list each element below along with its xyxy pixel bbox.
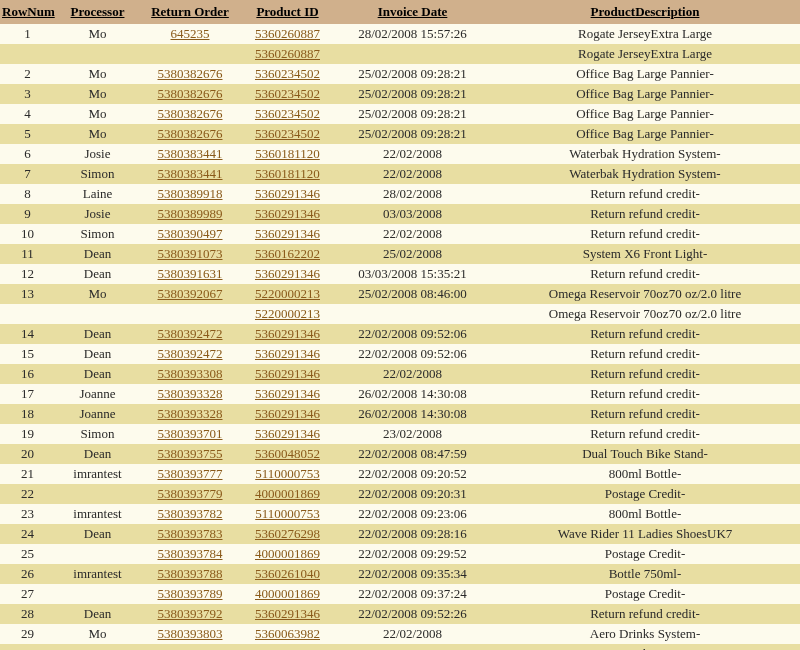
cell-product-description: Return refund credit-	[490, 264, 800, 284]
product-id-link[interactable]: 5360291346	[255, 226, 320, 241]
cell-invoice-date: 22/02/2008 09:29:52	[335, 544, 490, 564]
product-id-link[interactable]: 5360291346	[255, 606, 320, 621]
col-header-return-order[interactable]: Return Order	[140, 0, 240, 24]
return-order-link[interactable]: 5380393792	[158, 606, 223, 621]
cell-product-description: 800ml Bottle-	[490, 504, 800, 524]
product-id-link[interactable]: 5360181120	[255, 146, 320, 161]
product-id-link[interactable]: 5360234502	[255, 106, 320, 121]
product-id-link[interactable]: 5360048052	[255, 446, 320, 461]
cell-product-id: 5360291346	[240, 424, 335, 444]
cell-product-id: 5360063982	[240, 644, 335, 650]
return-order-link[interactable]: 5380382676	[158, 66, 223, 81]
return-order-link[interactable]: 5380393308	[158, 366, 223, 381]
product-id-link[interactable]: 5110000753	[255, 466, 320, 481]
return-order-link[interactable]: 5380393789	[158, 586, 223, 601]
cell-product-description: Omega Reservoir 70oz70 oz/2.0 litre	[490, 284, 800, 304]
return-order-link[interactable]: 5380393788	[158, 566, 223, 581]
return-order-link[interactable]: 5380383441	[158, 146, 223, 161]
product-id-link[interactable]: 5360234502	[255, 86, 320, 101]
cell-product-description: Postage Credit-	[490, 544, 800, 564]
cell-processor: Josie	[55, 204, 140, 224]
return-order-link[interactable]: 5380393783	[158, 526, 223, 541]
cell-return-order: 5380383441	[140, 164, 240, 184]
return-order-link[interactable]: 5380393755	[158, 446, 223, 461]
return-order-link[interactable]: 5380389918	[158, 186, 223, 201]
return-order-link[interactable]: 5380389989	[158, 206, 223, 221]
cell-rownum: 8	[0, 184, 55, 204]
return-order-link[interactable]: 5380392472	[158, 346, 223, 361]
col-header-invoice-date[interactable]: Invoice Date	[335, 0, 490, 24]
cell-processor: Dean	[55, 324, 140, 344]
product-id-link[interactable]: 5360063982	[255, 626, 320, 641]
cell-rownum: 21	[0, 464, 55, 484]
product-id-link[interactable]: 5110000753	[255, 506, 320, 521]
product-id-link[interactable]: 5360291346	[255, 406, 320, 421]
table-row: 23imrantest5380393782511000075322/02/200…	[0, 504, 800, 524]
product-id-link[interactable]: 5360181120	[255, 166, 320, 181]
product-id-link[interactable]: 5360276298	[255, 526, 320, 541]
col-header-processor[interactable]: Processor	[55, 0, 140, 24]
col-header-rownum[interactable]: RowNum	[0, 0, 55, 24]
product-id-link[interactable]: 5360291346	[255, 366, 320, 381]
product-id-link[interactable]: 5360261040	[255, 566, 320, 581]
col-header-product-description[interactable]: ProductDescription	[490, 0, 800, 24]
cell-product-description: Waterbak Hydration System-	[490, 164, 800, 184]
product-id-link[interactable]: 5360260887	[255, 26, 320, 41]
cell-product-description: Aero Drinks System-	[490, 624, 800, 644]
product-id-link[interactable]: 5360162202	[255, 246, 320, 261]
return-order-link[interactable]: 5380392067	[158, 286, 223, 301]
cell-product-id: 4000001869	[240, 484, 335, 504]
cell-invoice-date: 25/02/2008 09:28:21	[335, 84, 490, 104]
product-id-link[interactable]: 5360291346	[255, 346, 320, 361]
return-order-link[interactable]: 5380393782	[158, 506, 223, 521]
product-id-link[interactable]: 4000001869	[255, 586, 320, 601]
product-id-link[interactable]: 5220000213	[255, 306, 320, 321]
cell-rownum: 25	[0, 544, 55, 564]
return-order-link[interactable]: 645235	[171, 26, 210, 41]
product-id-link[interactable]: 4000001869	[255, 486, 320, 501]
cell-rownum: 18	[0, 404, 55, 424]
return-order-link[interactable]: 5380382676	[158, 106, 223, 121]
return-order-link[interactable]: 5380383441	[158, 166, 223, 181]
product-id-link[interactable]: 5360291346	[255, 426, 320, 441]
return-order-link[interactable]: 5380391631	[158, 266, 223, 281]
cell-rownum: 26	[0, 564, 55, 584]
cell-invoice-date: 28/02/2008	[335, 184, 490, 204]
return-order-link[interactable]: 5380382676	[158, 86, 223, 101]
return-order-link[interactable]: 5380393784	[158, 546, 223, 561]
product-id-link[interactable]: 5360260887	[255, 46, 320, 61]
product-id-link[interactable]: 5360234502	[255, 66, 320, 81]
return-order-link[interactable]: 5380393328	[158, 406, 223, 421]
product-id-link[interactable]: 5360291346	[255, 386, 320, 401]
product-id-link[interactable]: 5360291346	[255, 186, 320, 201]
cell-return-order	[140, 644, 240, 650]
cell-invoice-date: 25/02/2008 09:28:21	[335, 124, 490, 144]
cell-return-order: 645235	[140, 24, 240, 44]
return-order-link[interactable]: 5380393328	[158, 386, 223, 401]
return-order-link[interactable]: 5380393803	[158, 626, 223, 641]
cell-invoice-date: 22/02/2008 09:28:16	[335, 524, 490, 544]
return-order-link[interactable]: 5380390497	[158, 226, 223, 241]
cell-product-description: System X6 Front Light-	[490, 244, 800, 264]
cell-return-order	[140, 44, 240, 64]
product-id-link[interactable]: 5360063982	[255, 646, 320, 650]
product-id-link[interactable]: 5360234502	[255, 126, 320, 141]
return-order-link[interactable]: 5380382676	[158, 126, 223, 141]
table-row: 225380393779400000186922/02/2008 09:20:3…	[0, 484, 800, 504]
product-id-link[interactable]: 4000001869	[255, 546, 320, 561]
product-id-link[interactable]: 5360291346	[255, 266, 320, 281]
cell-product-id: 5360291346	[240, 204, 335, 224]
return-order-link[interactable]: 5380393701	[158, 426, 223, 441]
return-order-link[interactable]: 5380392472	[158, 326, 223, 341]
cell-invoice-date	[335, 644, 490, 650]
return-order-link[interactable]: 5380393779	[158, 486, 223, 501]
product-id-link[interactable]: 5360291346	[255, 326, 320, 341]
cell-product-description: Return refund credit-	[490, 384, 800, 404]
return-order-link[interactable]: 5380393777	[158, 466, 223, 481]
return-order-link[interactable]: 5380391073	[158, 246, 223, 261]
cell-rownum: 16	[0, 364, 55, 384]
cell-product-description: Bottle 750ml-	[490, 564, 800, 584]
product-id-link[interactable]: 5220000213	[255, 286, 320, 301]
col-header-product-id[interactable]: Product ID	[240, 0, 335, 24]
product-id-link[interactable]: 5360291346	[255, 206, 320, 221]
